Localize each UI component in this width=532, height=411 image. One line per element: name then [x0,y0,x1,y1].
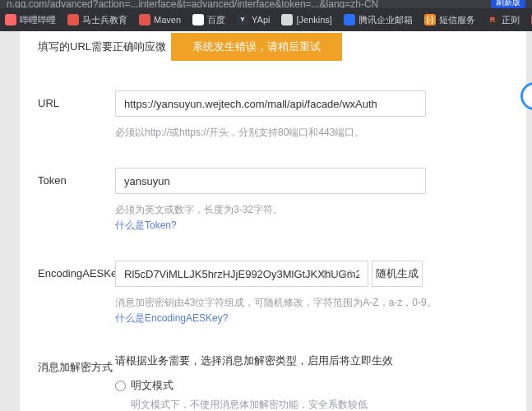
mode-row: 消息加解密方式 请根据业务需要，选择消息加解密类型，启用后将立即生效 明文模式明… [38,353,508,411]
notice-row: 填写的URL需要正确响应微 系统发生错误，请稍后重试 [38,31,508,62]
url-label: URL [38,90,115,140]
token-help-link[interactable]: 什么是Token? [115,219,177,233]
bookmark-item[interactable]: 腾讯企业邮箱 [344,14,413,26]
bookmark-label: 正则 [502,14,520,26]
mode-desc: 请根据业务需要，选择消息加解密类型，启用后将立即生效 [115,353,508,368]
bookmark-label: [Jenkins] [296,15,331,25]
error-alert: 系统发生错误，请稍后重试 [171,33,342,61]
bookmark-label: 马士兵教育 [82,14,127,26]
bookmark-label: YApi [252,15,270,25]
token-row: Token 必须为英文或数字，长度为3-32字符。 什么是Token? [38,168,508,233]
bookmarks-bar: 哔哩哔哩马士兵教育Maven百度YYApi[Jenkins]腾讯企业邮箱(-)短… [0,8,532,31]
url-input[interactable] [115,90,426,117]
aes-input[interactable] [115,261,368,287]
aes-help-link[interactable]: 什么是EncodingAESKey? [115,312,228,326]
bookmark-icon [344,14,355,25]
token-label: Token [38,168,115,233]
notice-prefix: 填写的URL需要正确响应微 [38,39,166,54]
bookmark-label: Maven [154,15,181,25]
url-fragment: n.qq.com/advanced?action=...interface&t=… [7,0,378,8]
bookmark-icon [67,14,79,25]
bookmark-icon [192,14,204,25]
token-hint: 必须为英文或数字，长度为3-32字符。 [115,202,508,217]
mode-option-hint: 明文模式下，不使用消息体加解密功能，安全系数较低 [131,398,508,411]
generate-button[interactable]: 随机生成 [372,261,423,287]
bookmark-item[interactable]: R正则 [487,14,520,26]
bookmark-icon: Y [237,14,248,25]
url-row: URL 必须以http://或https://开头，分别支持80端口和443端口… [38,90,508,140]
bookmark-icon: (-) [424,14,436,25]
bookmark-icon [281,14,293,25]
url-hint: 必须以http://或https://开头，分别支持80端口和443端口。 [115,125,508,140]
mode-option-label: 明文模式 [131,378,173,393]
aes-label: EncodingAESKey [38,261,115,326]
aes-row: EncodingAESKey 43 / 43 随机生成 消息加密密钥由43位字符… [38,261,508,326]
bookmark-item[interactable]: 哔哩哔哩 [5,14,56,26]
bookmark-label: 腾讯企业邮箱 [359,14,413,26]
page-content: 填写的URL需要正确响应微 系统发生错误，请稍后重试 URL 必须以http:/… [0,31,532,411]
bookmark-label: 百度 [207,14,225,26]
bookmark-item[interactable]: 百度 [192,14,225,26]
token-input[interactable] [115,168,426,194]
bookmark-icon [5,14,16,25]
mode-option[interactable]: 明文模式 [115,378,508,393]
bookmark-item[interactable]: (-)短信服务 [424,14,475,26]
address-bar[interactable]: n.qq.com/advanced?action=...interface&t=… [0,0,532,8]
bookmark-label: 短信服务 [439,14,475,26]
bookmark-item[interactable]: 马士兵教育 [67,14,127,26]
bookmark-icon [139,14,150,25]
bookmark-label: 哔哩哔哩 [20,14,56,26]
bookmark-item[interactable]: [Jenkins] [281,14,331,25]
mode-label: 消息加解密方式 [38,353,115,411]
radio-icon [115,381,126,391]
bookmark-item[interactable]: Maven [139,14,181,25]
bookmark-item[interactable]: YYApi [237,14,270,25]
bookmark-icon: R [487,14,498,25]
aes-hint: 消息加密密钥由43位字符组成，可随机修改，字符范围为A-Z，a-z，0-9。 [115,295,508,310]
config-card: 填写的URL需要正确响应微 系统发生错误，请稍后重试 URL 必须以http:/… [20,31,526,411]
refresh-button[interactable]: 刷新版 [491,0,525,8]
